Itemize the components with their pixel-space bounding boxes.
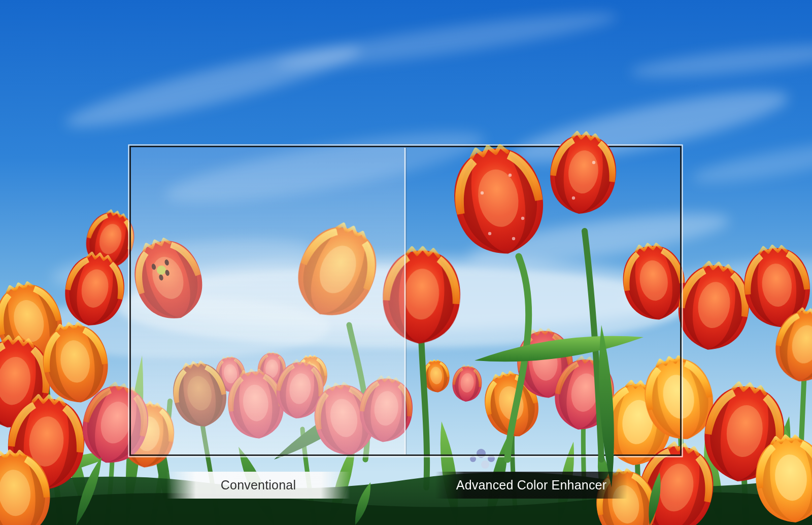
hero-comparison-image: Conventional Advanced Color Enhancer xyxy=(0,0,812,525)
tulip-scene xyxy=(0,0,812,525)
conventional-wash-overlay xyxy=(131,147,405,455)
